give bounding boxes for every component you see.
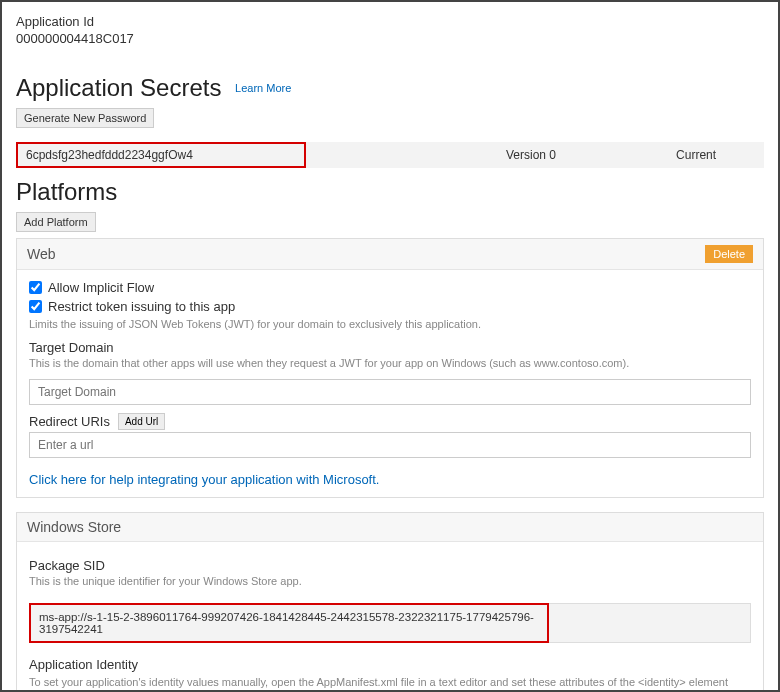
add-url-button[interactable]: Add Url — [118, 413, 165, 430]
redirect-uri-input[interactable] — [29, 432, 751, 458]
redirect-uris-label: Redirect URIs — [29, 414, 110, 429]
target-domain-input[interactable] — [29, 379, 751, 405]
package-sid-label: Package SID — [29, 558, 751, 573]
application-id-label: Application Id — [16, 14, 764, 29]
add-platform-button[interactable]: Add Platform — [16, 212, 96, 232]
restrict-token-row[interactable]: Restrict token issuing to this app — [29, 299, 751, 314]
application-identity-hint: To set your application's identity value… — [29, 676, 751, 692]
generate-new-password-button[interactable]: Generate New Password — [16, 108, 154, 128]
package-sid-rest — [549, 603, 751, 643]
secret-row: 6cpdsfg23hedfddd2234ggfOw4 Version 0 Cur… — [16, 142, 764, 168]
platforms-heading: Platforms — [16, 178, 117, 206]
target-domain-label: Target Domain — [29, 340, 751, 355]
allow-implicit-flow-checkbox[interactable] — [29, 281, 42, 294]
secret-value: 6cpdsfg23hedfddd2234ggfOw4 — [16, 142, 306, 168]
web-panel-title: Web — [27, 246, 56, 262]
secret-status: Current — [676, 148, 716, 162]
package-sid-value: ms-app://s-1-15-2-3896011764-999207426-1… — [29, 603, 549, 643]
windows-store-panel: Windows Store Package SID This is the un… — [16, 512, 764, 692]
package-sid-hint: This is the unique identifier for your W… — [29, 575, 751, 587]
windows-store-panel-title: Windows Store — [27, 519, 121, 535]
application-id-value: 000000004418C017 — [16, 31, 764, 46]
target-domain-hint: This is the domain that other apps will … — [29, 357, 751, 369]
restrict-token-label: Restrict token issuing to this app — [48, 299, 235, 314]
restrict-token-checkbox[interactable] — [29, 300, 42, 313]
secret-version: Version 0 — [506, 148, 556, 162]
learn-more-link[interactable]: Learn More — [235, 82, 291, 94]
allow-implicit-flow-label: Allow Implicit Flow — [48, 280, 154, 295]
integration-help-link[interactable]: Click here for help integrating your app… — [29, 472, 379, 487]
web-panel: Web Delete Allow Implicit Flow Restrict … — [16, 238, 764, 498]
delete-web-button[interactable]: Delete — [705, 245, 753, 263]
application-identity-label: Application Identity — [29, 657, 751, 672]
application-secrets-heading: Application Secrets — [16, 74, 221, 102]
allow-implicit-flow-row[interactable]: Allow Implicit Flow — [29, 280, 751, 295]
restrict-token-hint: Limits the issuing of JSON Web Tokens (J… — [29, 318, 751, 330]
